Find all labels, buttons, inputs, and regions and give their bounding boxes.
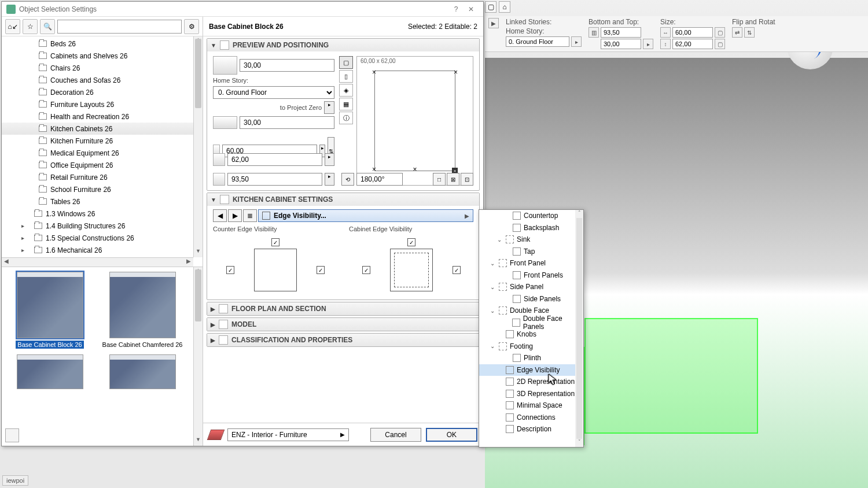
layer-select[interactable]: ENZ - Interior - Furniture ▶ — [227, 428, 349, 441]
favorite-button[interactable]: ☆ — [23, 19, 38, 34]
elev-step[interactable]: ▸ — [643, 39, 653, 49]
model-panel-header[interactable]: ▶ MODEL — [207, 318, 479, 331]
settings-path-dropdown[interactable]: Edge Visibility... ▶ — [258, 209, 473, 222]
tree-item[interactable]: Tables 26 — [2, 195, 203, 208]
object-thumbnail[interactable]: Base Cabinet Block 26 — [6, 272, 93, 349]
mirror-none-button[interactable]: □ — [433, 173, 446, 186]
popup-item[interactable]: Minimal Space — [479, 400, 583, 412]
scroll-thumb[interactable] — [576, 218, 582, 439]
popup-item[interactable]: Connections — [479, 412, 583, 424]
help-button[interactable]: ? — [448, 5, 464, 13]
popup-item[interactable]: Tap — [479, 246, 583, 258]
popup-item[interactable]: Countertop — [479, 210, 583, 222]
tree-item[interactable]: Office Equipment 26 — [2, 159, 203, 171]
tree-item[interactable]: Decoration 26 — [2, 86, 203, 98]
dialog-titlebar[interactable]: Object Selection Settings ? ✕ — [2, 2, 483, 17]
popup-item[interactable]: 3D Representation — [479, 388, 583, 400]
tree-item[interactable]: 1.3 Windows 26 — [2, 208, 203, 220]
popup-item[interactable]: ⌄Sink — [479, 234, 583, 246]
pz-step[interactable]: ▸ — [324, 101, 334, 114]
dim-b-input[interactable] — [227, 153, 322, 166]
expand-icon[interactable]: ⌄ — [489, 260, 496, 267]
edge-top-check[interactable]: ✓ — [271, 238, 279, 246]
info-arrow-button[interactable]: ▶ — [488, 18, 499, 28]
dim-b-step[interactable]: ▸ — [325, 153, 334, 166]
flip-h-button[interactable]: ⇄ — [732, 27, 742, 38]
nav-back-button[interactable]: ◀ — [213, 209, 227, 222]
tree-item[interactable]: ▸1.4 Building Structures 26 — [2, 220, 203, 232]
popup-item[interactable]: Edge Visibility — [479, 364, 583, 376]
dock-button[interactable] — [5, 428, 19, 442]
tree-item[interactable]: Health and Recreation 26 — [2, 110, 203, 123]
preview-panel-header[interactable]: ▼ PREVIEW AND POSITIONING — [207, 39, 479, 51]
ok-button[interactable]: OK — [426, 428, 477, 442]
settings-gear-button[interactable]: ⚙ — [184, 19, 199, 34]
view-mode-shaded[interactable]: ▦ — [339, 98, 353, 110]
popup-item[interactable]: Backsplash — [479, 222, 583, 234]
popup-item[interactable]: ⌄Front Panel — [479, 257, 583, 269]
nav-list-button[interactable]: ≣ — [243, 209, 257, 222]
expand-icon[interactable]: ⌄ — [496, 236, 503, 243]
scroll-down-icon[interactable]: ˅ — [575, 439, 583, 447]
popup-item[interactable]: ⌄Footing — [479, 341, 583, 353]
object-thumbnail[interactable] — [99, 354, 186, 389]
tree-item[interactable]: Kitchen Cabinets 26 — [2, 123, 203, 135]
scroll-up-icon[interactable]: ˄ — [575, 210, 583, 218]
classification-panel-header[interactable]: ▶ CLASSIFICATION AND PROPERTIES — [207, 334, 479, 346]
tree-item[interactable]: Cabinets and Shelves 26 — [2, 50, 203, 62]
view-mode-3d[interactable]: ◈ — [339, 84, 353, 97]
edge-left-check[interactable]: ✓ — [226, 266, 234, 274]
search-button[interactable]: 🔍 — [40, 19, 55, 34]
view-mode-plan[interactable]: ▢ — [339, 56, 353, 69]
rotation-input[interactable] — [356, 173, 403, 186]
close-button[interactable]: ✕ — [464, 5, 479, 13]
home-story-select[interactable]: 0. Ground Floor — [213, 86, 334, 99]
tree-item[interactable]: Kitchen Furniture 26 — [2, 135, 203, 147]
scroll-down-icon[interactable]: ▼ — [194, 437, 203, 446]
flip-v-button[interactable]: ⇅ — [744, 27, 755, 38]
tree-hscrollbar[interactable]: ◀ ▶ — [2, 257, 193, 267]
expand-icon[interactable]: ⌄ — [489, 308, 496, 314]
object-preview[interactable]: 60,00 x 62,00 ×× ×× × — [356, 56, 473, 186]
mirror-h-button[interactable]: ⊠ — [447, 173, 459, 186]
tree-item[interactable]: Couches and Sofas 26 — [2, 74, 203, 86]
home-story-select[interactable] — [506, 36, 569, 47]
view-mode-front[interactable]: ▯ — [339, 70, 353, 83]
popup-item[interactable]: Description — [479, 423, 583, 435]
nav-fwd-button[interactable]: ▶ — [228, 209, 242, 222]
expand-icon[interactable]: ▸ — [19, 223, 26, 230]
scroll-down-icon[interactable]: ▼ — [194, 248, 203, 257]
edge-right-check[interactable]: ✓ — [317, 266, 325, 274]
top-offset-input[interactable] — [240, 59, 334, 72]
size-a-input[interactable] — [672, 27, 713, 38]
tree-item[interactable]: Medical Equipment 26 — [2, 147, 203, 159]
mirror-v-button[interactable]: ⊡ — [461, 173, 473, 186]
popup-item[interactable]: ⌄Side Panel — [479, 281, 583, 293]
edge-left-check[interactable]: ✓ — [362, 266, 370, 274]
top-input[interactable] — [601, 39, 641, 49]
lock-button[interactable]: ▢ — [715, 27, 725, 38]
tree-item[interactable]: Furniture Layouts 26 — [2, 98, 203, 110]
popup-item[interactable]: 2D Representation — [479, 376, 583, 388]
bottom-input[interactable] — [601, 27, 641, 38]
pz-offset-input[interactable] — [240, 116, 334, 129]
scroll-thumb[interactable] — [195, 269, 201, 321]
kitchen-panel-header[interactable]: ▼ KITCHEN CABINET SETTINGS — [207, 193, 479, 206]
scroll-thumb[interactable] — [195, 39, 201, 108]
height-input[interactable] — [227, 173, 322, 186]
edge-right-check[interactable]: ✓ — [453, 266, 461, 274]
tree-item[interactable]: Chairs 26 — [2, 62, 203, 74]
scroll-right-icon[interactable]: ▶ — [184, 258, 193, 267]
size-b-input[interactable] — [672, 39, 713, 49]
object-thumbnail[interactable] — [6, 354, 93, 389]
tree-scrollbar[interactable]: ▲ ▼ — [193, 36, 203, 257]
home-button[interactable]: ⌂↙ — [5, 19, 20, 34]
tool-icon[interactable]: ⌂ — [499, 1, 510, 13]
lock-button-b[interactable]: ▢ — [715, 39, 725, 49]
expand-icon[interactable]: ⌄ — [489, 343, 496, 349]
tree-item[interactable]: ▸1.6 Mechanical 26 — [2, 244, 203, 256]
height-step[interactable]: ▸ — [325, 173, 334, 186]
object-thumbnail[interactable]: Base Cabinet Chamfered 26 — [99, 272, 186, 349]
cancel-button[interactable]: Cancel — [370, 428, 421, 442]
popup-item[interactable]: Side Panels — [479, 293, 583, 305]
